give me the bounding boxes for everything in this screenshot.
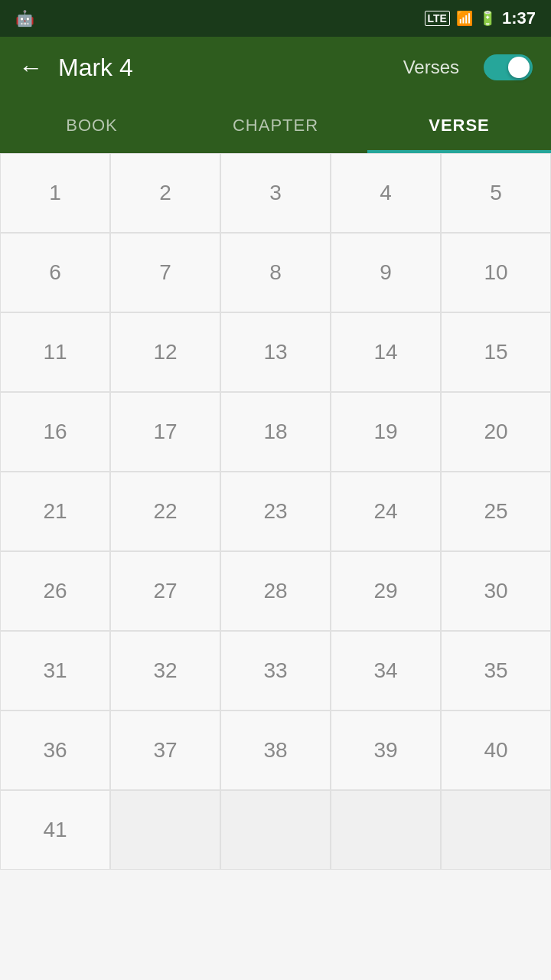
verse-cell[interactable]: 27 bbox=[110, 551, 220, 631]
verse-cell[interactable]: 21 bbox=[0, 472, 110, 551]
battery-icon: 🔋 bbox=[479, 10, 496, 27]
tab-verse[interactable]: VERSE bbox=[367, 98, 551, 153]
grid-row: 2627282930 bbox=[0, 551, 551, 631]
verse-cell[interactable]: 37 bbox=[110, 710, 220, 790]
verse-cell[interactable]: 34 bbox=[331, 631, 441, 710]
verse-cell[interactable]: 2 bbox=[110, 153, 220, 233]
grid-row: 3637383940 bbox=[0, 710, 551, 790]
verse-cell[interactable]: 41 bbox=[0, 790, 110, 870]
verse-cell[interactable]: 6 bbox=[0, 233, 110, 312]
tab-chapter-label: CHAPTER bbox=[233, 116, 318, 136]
verses-label: Verses bbox=[403, 57, 459, 78]
verse-cell[interactable]: 29 bbox=[331, 551, 441, 631]
verse-cell-empty bbox=[331, 790, 441, 870]
verse-cell[interactable]: 17 bbox=[110, 392, 220, 472]
verse-cell-empty bbox=[220, 790, 331, 870]
lte-icon: LTE bbox=[425, 11, 450, 26]
verse-cell[interactable]: 19 bbox=[331, 392, 441, 472]
verse-cell[interactable]: 16 bbox=[0, 392, 110, 472]
verse-cell[interactable]: 24 bbox=[331, 472, 441, 551]
verse-cell[interactable]: 36 bbox=[0, 710, 110, 790]
verse-cell[interactable]: 26 bbox=[0, 551, 110, 631]
verse-cell[interactable]: 39 bbox=[331, 710, 441, 790]
grid-row: 678910 bbox=[0, 233, 551, 312]
verse-cell-empty bbox=[110, 790, 220, 870]
signal-icon: 📶 bbox=[456, 10, 473, 27]
verse-cell[interactable]: 30 bbox=[441, 551, 551, 631]
tab-bar: BOOK CHAPTER VERSE bbox=[0, 98, 551, 153]
verse-cell[interactable]: 11 bbox=[0, 312, 110, 392]
verse-cell[interactable]: 1 bbox=[0, 153, 110, 233]
verse-grid: 1234567891011121314151617181920212223242… bbox=[0, 153, 551, 870]
verse-cell[interactable]: 22 bbox=[110, 472, 220, 551]
verse-cell[interactable]: 35 bbox=[441, 631, 551, 710]
verse-cell[interactable]: 7 bbox=[110, 233, 220, 312]
back-button[interactable]: ← bbox=[18, 54, 43, 82]
verse-cell[interactable]: 15 bbox=[441, 312, 551, 392]
verse-cell[interactable]: 20 bbox=[441, 392, 551, 472]
verse-cell[interactable]: 32 bbox=[110, 631, 220, 710]
tab-book[interactable]: BOOK bbox=[0, 98, 184, 153]
status-time: 1:37 bbox=[502, 8, 536, 28]
verse-cell[interactable]: 23 bbox=[220, 472, 331, 551]
verse-cell[interactable]: 33 bbox=[220, 631, 331, 710]
grid-row: 12345 bbox=[0, 153, 551, 233]
toggle-thumb bbox=[508, 57, 530, 78]
verse-cell[interactable]: 14 bbox=[331, 312, 441, 392]
status-icons: LTE 📶 🔋 1:37 bbox=[425, 8, 536, 28]
verse-cell[interactable]: 8 bbox=[220, 233, 331, 312]
verse-cell[interactable]: 28 bbox=[220, 551, 331, 631]
grid-row: 1112131415 bbox=[0, 312, 551, 392]
verse-cell[interactable]: 13 bbox=[220, 312, 331, 392]
verse-cell[interactable]: 31 bbox=[0, 631, 110, 710]
app-icon: 🤖 bbox=[15, 9, 34, 28]
tab-verse-label: VERSE bbox=[429, 116, 490, 136]
verse-cell-empty bbox=[441, 790, 551, 870]
grid-row: 41 bbox=[0, 790, 551, 870]
verse-cell[interactable]: 25 bbox=[441, 472, 551, 551]
grid-row: 3132333435 bbox=[0, 631, 551, 710]
verse-cell[interactable]: 40 bbox=[441, 710, 551, 790]
grid-row: 2122232425 bbox=[0, 472, 551, 551]
tab-book-label: BOOK bbox=[66, 116, 118, 136]
header-title: Mark 4 bbox=[58, 54, 388, 82]
verse-cell[interactable]: 9 bbox=[331, 233, 441, 312]
verses-toggle[interactable] bbox=[484, 54, 533, 80]
verse-cell[interactable]: 18 bbox=[220, 392, 331, 472]
grid-row: 1617181920 bbox=[0, 392, 551, 472]
verse-cell[interactable]: 38 bbox=[220, 710, 331, 790]
verse-cell[interactable]: 10 bbox=[441, 233, 551, 312]
status-bar: 🤖 LTE 📶 🔋 1:37 bbox=[0, 0, 551, 37]
verse-cell[interactable]: 5 bbox=[441, 153, 551, 233]
tab-chapter[interactable]: CHAPTER bbox=[184, 98, 367, 153]
verse-cell[interactable]: 12 bbox=[110, 312, 220, 392]
app-header: ← Mark 4 Verses bbox=[0, 37, 551, 98]
verse-cell[interactable]: 4 bbox=[331, 153, 441, 233]
verse-cell[interactable]: 3 bbox=[220, 153, 331, 233]
